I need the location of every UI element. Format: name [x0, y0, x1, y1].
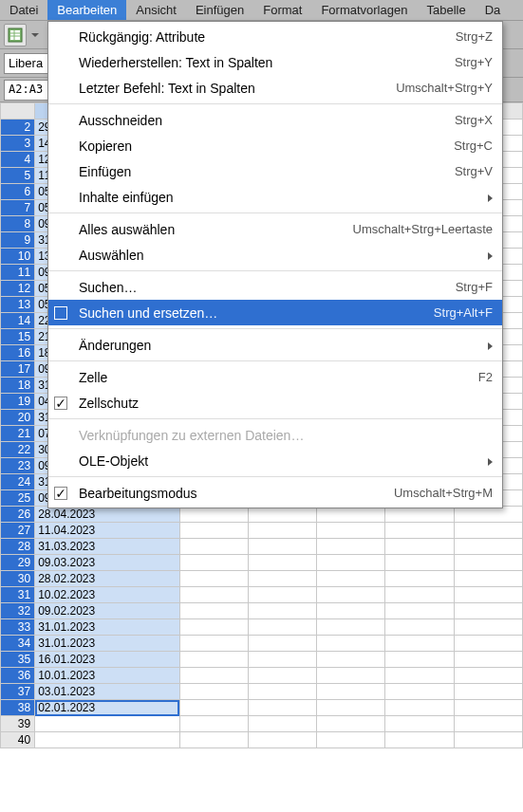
cell[interactable]: 10.01.2023 — [35, 668, 180, 684]
cell[interactable]: 31.03.2023 — [35, 539, 180, 555]
cell[interactable] — [317, 507, 385, 523]
row-header[interactable]: 25 — [1, 490, 35, 507]
menu-einfügen[interactable]: Einfügen — [186, 0, 253, 20]
cell[interactable] — [248, 716, 316, 732]
cell[interactable]: 09.02.2023 — [35, 603, 180, 619]
cell[interactable] — [179, 684, 248, 700]
menu-item[interactable]: Änderungen — [48, 332, 502, 358]
cell[interactable]: 11.04.2023 — [35, 523, 180, 539]
row-header[interactable]: 17 — [1, 361, 35, 378]
cell[interactable]: 02.01.2023 — [35, 700, 180, 716]
menu-item[interactable]: OLE-Objekt — [48, 448, 502, 473]
cell[interactable] — [179, 700, 248, 716]
cell[interactable] — [385, 668, 454, 684]
cell[interactable] — [454, 732, 522, 748]
cell[interactable]: 10.02.2023 — [35, 587, 180, 603]
cell[interactable] — [248, 603, 316, 619]
cell[interactable] — [454, 652, 522, 668]
cell[interactable] — [317, 668, 385, 684]
cell[interactable]: 28.04.2023 — [35, 507, 180, 523]
menu-item[interactable]: ✓Zellschutz — [48, 390, 502, 415]
row-header[interactable]: 5 — [1, 168, 35, 184]
cell[interactable] — [35, 732, 180, 748]
cell[interactable] — [317, 652, 385, 668]
row-header[interactable]: 6 — [1, 184, 35, 200]
cell[interactable] — [179, 539, 248, 555]
row-header[interactable]: 9 — [1, 232, 35, 249]
new-doc-caret[interactable] — [30, 24, 40, 46]
menu-item[interactable]: Suchen…Strg+F — [48, 274, 502, 300]
row-header[interactable]: 28 — [1, 539, 35, 555]
cell[interactable] — [248, 732, 316, 748]
cell[interactable] — [454, 523, 522, 539]
row-header[interactable]: 14 — [1, 313, 35, 329]
cell[interactable] — [385, 587, 454, 603]
cell[interactable] — [35, 716, 180, 732]
cell[interactable] — [385, 507, 454, 523]
cell[interactable] — [248, 539, 316, 555]
row-header[interactable]: 36 — [1, 668, 35, 684]
cell[interactable] — [248, 587, 316, 603]
row-header[interactable]: 22 — [1, 442, 35, 458]
new-doc-button[interactable] — [4, 24, 27, 46]
cell[interactable]: 31.01.2023 — [35, 619, 180, 636]
menu-item[interactable]: Rückgängig: AttributeStrg+Z — [48, 24, 502, 49]
row-header[interactable]: 38 — [1, 700, 35, 716]
cell[interactable] — [317, 716, 385, 732]
cell[interactable] — [179, 732, 248, 748]
row-header[interactable]: 18 — [1, 378, 35, 394]
row-header[interactable]: 10 — [1, 249, 35, 265]
cell[interactable]: 16.01.2023 — [35, 652, 180, 668]
cell[interactable] — [454, 684, 522, 700]
cell[interactable] — [179, 716, 248, 732]
cell[interactable] — [179, 619, 248, 636]
row-header[interactable]: 34 — [1, 636, 35, 652]
menu-item[interactable]: EinfügenStrg+V — [48, 158, 502, 184]
cell[interactable] — [454, 636, 522, 652]
cell[interactable] — [454, 603, 522, 619]
cell[interactable] — [317, 732, 385, 748]
row-header[interactable]: 26 — [1, 507, 35, 523]
cell[interactable] — [248, 555, 316, 571]
menu-item[interactable]: ✓BearbeitungsmodusUmschalt+Strg+M — [48, 480, 502, 506]
menu-item[interactable]: Letzter Befehl: Text in SpaltenUmschalt+… — [48, 75, 502, 101]
cell[interactable] — [454, 571, 522, 587]
row-header[interactable]: 19 — [1, 394, 35, 410]
row-header[interactable]: 7 — [1, 200, 35, 216]
cell[interactable] — [454, 619, 522, 636]
row-header[interactable]: 2 — [1, 120, 35, 136]
cell[interactable] — [454, 700, 522, 716]
cell[interactable] — [385, 619, 454, 636]
cell[interactable] — [385, 716, 454, 732]
row-header[interactable]: 24 — [1, 474, 35, 490]
cell[interactable] — [248, 523, 316, 539]
row-header[interactable]: 31 — [1, 587, 35, 603]
cell[interactable] — [317, 539, 385, 555]
cell[interactable] — [317, 571, 385, 587]
cell[interactable] — [248, 700, 316, 716]
cell[interactable] — [317, 636, 385, 652]
cell[interactable] — [385, 523, 454, 539]
cell[interactable] — [179, 652, 248, 668]
cell[interactable] — [454, 716, 522, 732]
menu-bearbeiten[interactable]: Bearbeiten — [47, 0, 126, 20]
menu-da[interactable]: Da — [476, 0, 511, 20]
menu-item[interactable]: Wiederherstellen: Text in SpaltenStrg+Y — [48, 49, 502, 75]
row-header[interactable]: 21 — [1, 426, 35, 442]
menu-item[interactable]: Inhalte einfügen — [48, 184, 502, 210]
row-header[interactable]: 16 — [1, 345, 35, 361]
cell[interactable]: 09.03.2023 — [35, 555, 180, 571]
cell[interactable] — [385, 700, 454, 716]
cell[interactable] — [317, 587, 385, 603]
cell[interactable] — [454, 539, 522, 555]
row-header[interactable]: 13 — [1, 297, 35, 313]
cell[interactable] — [385, 652, 454, 668]
cell[interactable] — [248, 571, 316, 587]
row-header[interactable]: 35 — [1, 652, 35, 668]
menu-datei[interactable]: Datei — [0, 0, 47, 20]
cell[interactable] — [317, 684, 385, 700]
cell[interactable]: 31.01.2023 — [35, 636, 180, 652]
cell[interactable] — [248, 507, 316, 523]
row-header[interactable]: 33 — [1, 619, 35, 636]
cell[interactable] — [317, 555, 385, 571]
